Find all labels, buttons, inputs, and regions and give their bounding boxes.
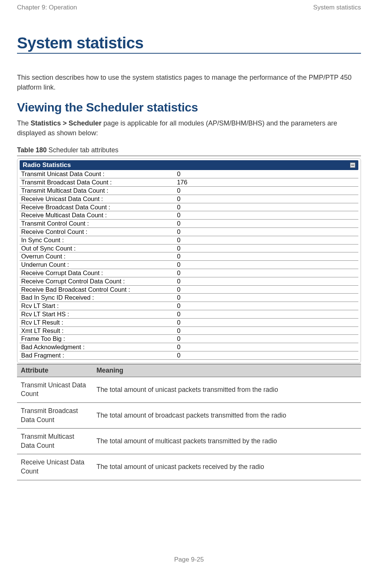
stat-value: 0 (175, 252, 358, 261)
table-row: Frame Too Big :0 (20, 335, 358, 343)
table-row: Transmit Broadcast Data CountThe total a… (17, 402, 361, 428)
subtext-pre: The (17, 119, 31, 127)
stat-label: Receive Corrupt Control Data Count : (20, 277, 175, 285)
stat-value: 0 (175, 195, 358, 203)
attr-name: Transmit Multicast Data Count (17, 429, 93, 454)
stat-label: Bad Acknowledgment : (20, 343, 175, 351)
th-meaning: Meaning (93, 364, 361, 377)
stat-value: 0 (175, 351, 358, 359)
table-row: Transmit Broadcast Data Count :176 (20, 178, 358, 187)
stat-label: Rcv LT Result : (20, 318, 175, 326)
stat-value: 0 (175, 227, 358, 236)
stat-value: 0 (175, 220, 358, 228)
table-row: Transmit Multicast Data Count :0 (20, 186, 358, 195)
stat-value: 176 (175, 178, 358, 187)
stat-label: Transmit Unicast Data Count : (20, 170, 175, 178)
table-row: Transmit Unicast Data CountThe total amo… (17, 377, 361, 402)
subsection-text: The Statistics > Scheduler page is appli… (17, 118, 361, 138)
stat-value: 0 (175, 285, 358, 294)
stat-label: Frame Too Big : (20, 335, 175, 343)
attr-name: Transmit Broadcast Data Count (17, 402, 93, 428)
page-header: Chapter 9: Operation System statistics (17, 4, 361, 11)
radio-panel-title: Radio Statistics (23, 161, 71, 169)
stat-value: 0 (175, 211, 358, 220)
stat-value: 0 (175, 186, 358, 195)
table-row: Transmit Control Count :0 (20, 220, 358, 228)
stat-value: 0 (175, 203, 358, 211)
page-footer: Page 9-25 (17, 556, 361, 563)
stat-value: 0 (175, 236, 358, 244)
stat-label: Transmit Control Count : (20, 220, 175, 228)
stat-value: 0 (175, 310, 358, 318)
table-row: Receive Multicast Data Count :0 (20, 211, 358, 220)
table-row: Rcv LT Result :0 (20, 318, 358, 326)
subtext-bold: Statistics > Scheduler (31, 119, 102, 127)
table-row: Receive Corrupt Control Data Count :0 (20, 277, 358, 285)
table-row: Bad Acknowledgment :0 (20, 343, 358, 351)
stat-value: 0 (175, 261, 358, 269)
stat-label: Rcv LT Start HS : (20, 310, 175, 318)
caption-rule (17, 156, 361, 156)
stat-value: 0 (175, 277, 358, 285)
table-row: Rcv LT Start :0 (20, 302, 358, 310)
attr-meaning: The total amount of unicast packets rece… (93, 454, 361, 480)
table-row: Bad In Sync ID Received :0 (20, 294, 358, 302)
stat-value: 0 (175, 170, 358, 178)
section-label: System statistics (313, 4, 361, 11)
stat-label: Rcv LT Start : (20, 302, 175, 310)
table-row: In Sync Count :0 (20, 236, 358, 244)
table-row: Transmit Unicast Data Count :0 (20, 170, 358, 178)
table-row: Transmit Multicast Data CountThe total a… (17, 429, 361, 454)
table-row: Bad Fragment :0 (20, 351, 358, 359)
table-row: Receive Bad Broadcast Control Count :0 (20, 285, 358, 294)
attribute-table: Attribute Meaning Transmit Unicast Data … (17, 364, 361, 480)
stat-value: 0 (175, 302, 358, 310)
th-attribute: Attribute (17, 364, 93, 377)
stat-value: 0 (175, 335, 358, 343)
stat-label: Receive Multicast Data Count : (20, 211, 175, 220)
stat-label: In Sync Count : (20, 236, 175, 244)
stat-label: Overrun Count : (20, 252, 175, 261)
attr-name: Receive Unicast Data Count (17, 454, 93, 480)
table-caption-bold: Table 180 (17, 146, 46, 154)
stat-label: Receive Bad Broadcast Control Count : (20, 285, 175, 294)
attr-meaning: The total amount of unicast packets tran… (93, 377, 361, 402)
table-row: Receive Unicast Data Count :0 (20, 195, 358, 203)
table-row: Receive Corrupt Data Count :0 (20, 269, 358, 277)
page-title: System statistics (17, 34, 361, 52)
table-caption: Table 180 Scheduler tab attributes (17, 146, 361, 154)
stat-label: Transmit Broadcast Data Count : (20, 178, 175, 187)
table-row: Receive Broadcast Data Count :0 (20, 203, 358, 211)
stat-label: Xmt LT Result : (20, 326, 175, 335)
table-row: Underrun Count :0 (20, 261, 358, 269)
table-row: Receive Unicast Data CountThe total amou… (17, 454, 361, 480)
attr-name: Transmit Unicast Data Count (17, 377, 93, 402)
stat-label: Bad Fragment : (20, 351, 175, 359)
subsection-heading: Viewing the Scheduler statistics (17, 101, 361, 115)
attr-meaning: The total amount of multicast packets tr… (93, 429, 361, 454)
stat-label: Receive Broadcast Data Count : (20, 203, 175, 211)
stat-value: 0 (175, 318, 358, 326)
stat-label: Receive Corrupt Data Count : (20, 269, 175, 277)
stat-label: Underrun Count : (20, 261, 175, 269)
stat-value: 0 (175, 326, 358, 335)
radio-statistics-panel: Radio Statistics Transmit Unicast Data C… (17, 158, 361, 363)
collapse-icon[interactable] (350, 162, 355, 168)
stat-value: 0 (175, 343, 358, 351)
radio-panel-header: Radio Statistics (20, 160, 358, 170)
radio-statistics-table: Transmit Unicast Data Count :0Transmit B… (20, 170, 358, 359)
stat-value: 0 (175, 244, 358, 252)
stat-label: Bad In Sync ID Received : (20, 294, 175, 302)
table-caption-rest: Scheduler tab attributes (46, 146, 118, 154)
table-row: Out of Sync Count :0 (20, 244, 358, 252)
stat-label: Transmit Multicast Data Count : (20, 186, 175, 195)
table-row: Overrun Count :0 (20, 252, 358, 261)
table-row: Xmt LT Result :0 (20, 326, 358, 335)
stat-label: Receive Control Count : (20, 227, 175, 236)
chapter-label: Chapter 9: Operation (17, 4, 77, 11)
table-row: Rcv LT Start HS :0 (20, 310, 358, 318)
intro-paragraph: This section describes how to use the sy… (17, 73, 361, 92)
attr-meaning: The total amount of broadcast packets tr… (93, 402, 361, 428)
stat-label: Receive Unicast Data Count : (20, 195, 175, 203)
title-rule (17, 53, 361, 54)
